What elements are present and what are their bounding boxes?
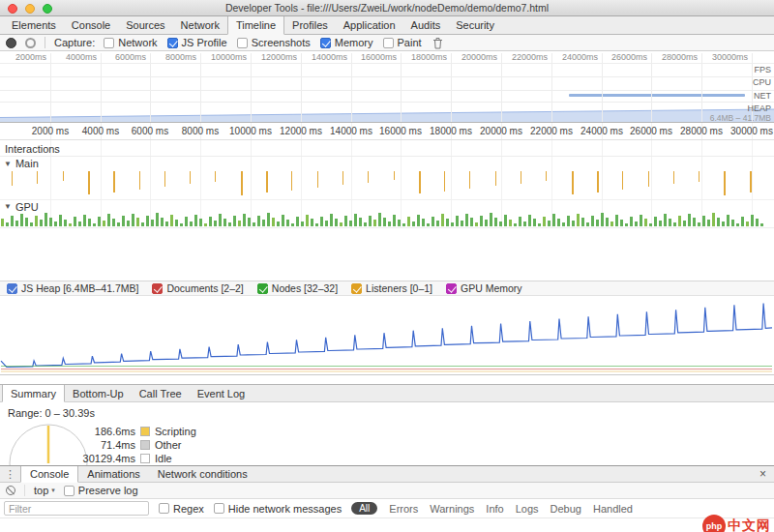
console-toolbar: top ▾ Preserve log: [0, 483, 774, 499]
summary-legend: 186.6msScripting71.4msOther30129.4msIdle: [75, 426, 196, 463]
close-window-button[interactable]: [8, 4, 17, 14]
clear-console-icon[interactable]: [6, 486, 15, 495]
trash-icon[interactable]: [432, 37, 443, 49]
drawer-tab-network-conditions[interactable]: Network conditions: [149, 466, 256, 482]
overview-row-label-cpu: CPU: [753, 77, 771, 87]
gpu-activity-bar: [161, 218, 164, 226]
main-flamechart-track[interactable]: [0, 170, 774, 199]
capture-js-profile-checkbox[interactable]: JS Profile: [167, 37, 227, 48]
overview-ruler-label: 30000ms: [700, 52, 748, 62]
memory-legend: JS Heap [6.4MB–41.7MB]Documents [2–2]Nod…: [0, 281, 774, 296]
capture-network-checkbox[interactable]: Network: [104, 37, 157, 48]
legend-item-nodes[interactable]: Nodes [32–32]: [257, 282, 338, 294]
level-info[interactable]: Info: [486, 503, 503, 515]
gpu-activity-bar: [64, 220, 67, 226]
tab-sources[interactable]: Sources: [118, 16, 172, 34]
console-messages-area[interactable]: [0, 518, 774, 532]
tab-timeline[interactable]: Timeline: [227, 16, 284, 35]
legend-item-js[interactable]: JS Heap [6.4MB–41.7MB]: [7, 282, 138, 294]
execution-context-selector[interactable]: top ▾: [34, 485, 55, 496]
gpu-activity-bar: [499, 222, 502, 226]
minimize-window-button[interactable]: [25, 4, 35, 14]
gpu-track[interactable]: [0, 213, 774, 228]
gpu-activity-bar: [315, 223, 318, 226]
level-all[interactable]: All: [351, 502, 377, 515]
tab-bottom-up[interactable]: Bottom-Up: [65, 385, 132, 401]
heap-line-chart: [0, 297, 774, 374]
regex-checkbox[interactable]: Regex: [159, 503, 204, 515]
flame-event-tick: [444, 171, 445, 192]
gpu-activity-bar: [494, 218, 497, 226]
level-errors[interactable]: Errors: [389, 503, 418, 515]
level-logs[interactable]: Logs: [516, 503, 539, 515]
capture-option-label: Paint: [398, 37, 422, 48]
gpu-activity-bar: [40, 220, 43, 226]
flame-event-tick: [190, 171, 191, 184]
flame-event-tick: [469, 171, 470, 189]
tab-elements[interactable]: Elements: [4, 16, 64, 34]
series-checkbox-icon: [351, 283, 362, 294]
ruler-label: 24000 ms: [577, 126, 627, 136]
gpu-activity-bar: [262, 220, 265, 226]
gpu-activity-bar: [693, 218, 696, 226]
timeline-overview[interactable]: 6.4MB – 41.7MB 2000ms4000ms6000ms8000ms1…: [0, 51, 774, 123]
gpu-activity-bar: [596, 220, 599, 226]
legend-item-gpu[interactable]: GPU Memory: [446, 282, 522, 294]
tab-profiles[interactable]: Profiles: [284, 16, 336, 34]
capture-memory-checkbox[interactable]: Memory: [320, 37, 373, 48]
interactions-track[interactable]: Interactions: [0, 140, 774, 157]
main-section-header[interactable]: ▼ Main: [0, 157, 774, 170]
preserve-log-checkbox[interactable]: Preserve log: [64, 485, 138, 496]
tab-event-log[interactable]: Event Log: [190, 385, 253, 401]
gpu-activity-bar: [465, 214, 468, 226]
gpu-activity-bar: [219, 214, 222, 226]
filter-input[interactable]: [4, 501, 149, 516]
overview-ruler-label: 24000ms: [550, 52, 598, 62]
gpu-activity-bar: [606, 218, 609, 226]
tab-call-tree[interactable]: Call Tree: [132, 385, 190, 401]
gpu-activity-bar: [519, 217, 521, 226]
console-filter-bar: Regex Hide network messages AllErrorsWar…: [0, 499, 774, 518]
checkbox-icon: [320, 38, 331, 48]
capture-paint-checkbox[interactable]: Paint: [383, 37, 422, 48]
gpu-activity-bar: [615, 215, 618, 226]
level-warnings[interactable]: Warnings: [430, 503, 474, 515]
hide-network-messages-checkbox[interactable]: Hide network messages: [214, 503, 342, 515]
gpu-activity-bar: [194, 215, 197, 226]
gpu-section-header[interactable]: ▼ GPU: [0, 199, 774, 213]
gpu-activity-bar: [257, 216, 260, 226]
gpu-activity-bar: [141, 222, 144, 226]
gpu-activity-bar: [253, 222, 255, 226]
log-level-filters: AllErrorsWarningsInfoLogsDebugHandled: [351, 502, 633, 515]
gpu-activity-bar: [698, 222, 700, 226]
gpu-activity-bar: [610, 222, 613, 226]
level-debug[interactable]: Debug: [551, 503, 581, 515]
gpu-activity-bar: [552, 214, 555, 226]
capture-screenshots-checkbox[interactable]: Screenshots: [237, 37, 311, 48]
level-handled[interactable]: Handled: [593, 503, 633, 515]
gpu-activity-bar: [209, 217, 212, 226]
close-icon[interactable]: ×: [752, 466, 774, 482]
tab-application[interactable]: Application: [336, 16, 403, 34]
checkbox-icon: [64, 486, 74, 496]
gpu-activity-bar: [136, 218, 139, 226]
tab-network[interactable]: Network: [173, 16, 227, 34]
drawer-tab-console[interactable]: Console: [20, 466, 78, 483]
legend-item-listeners[interactable]: Listeners [0–1]: [351, 282, 432, 294]
record-icon[interactable]: [6, 38, 16, 48]
series-checkbox-icon: [7, 283, 17, 294]
drawer-tab-animations[interactable]: Animations: [78, 466, 148, 482]
menu-icon[interactable]: ⋮: [0, 466, 20, 482]
zoom-window-button[interactable]: [43, 4, 52, 14]
gpu-activity-bar: [746, 222, 749, 226]
gpu-activity-bar: [398, 220, 401, 226]
legend-item-documents[interactable]: Documents [2–2]: [152, 282, 243, 294]
clear-recording-icon[interactable]: [25, 38, 36, 48]
tab-security[interactable]: Security: [448, 16, 502, 34]
tab-audits[interactable]: Audits: [403, 16, 449, 34]
tab-console[interactable]: Console: [64, 16, 118, 34]
series-line: [1, 304, 772, 368]
tab-summary[interactable]: Summary: [2, 385, 65, 402]
gpu-activity-bar: [678, 216, 681, 226]
memory-chart[interactable]: [0, 297, 774, 375]
